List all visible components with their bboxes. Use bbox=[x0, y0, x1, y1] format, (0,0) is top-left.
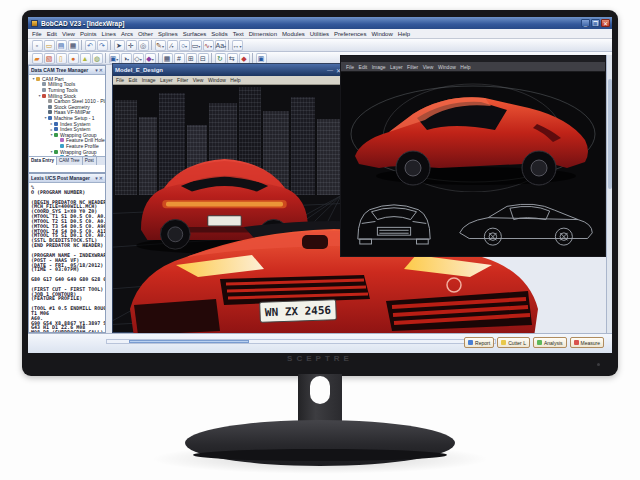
print-icon[interactable]: ▦ bbox=[68, 40, 79, 51]
redo-icon[interactable]: ↷ bbox=[97, 40, 108, 51]
design-menu-layer[interactable]: Layer bbox=[390, 64, 403, 70]
group-icon[interactable]: ⊞ bbox=[186, 53, 197, 64]
window-controls: _ ❐ ✕ bbox=[581, 19, 612, 27]
cutter-l-button[interactable]: Cutter L bbox=[497, 337, 530, 348]
menu-arcs[interactable]: Arcs bbox=[121, 31, 133, 37]
rotate-icon[interactable]: ↻ bbox=[215, 53, 226, 64]
cylinder-icon[interactable]: ▯ bbox=[56, 53, 67, 64]
model-menu-view[interactable]: View bbox=[193, 77, 204, 83]
grid-icon[interactable]: ▦ bbox=[162, 53, 173, 64]
model-menu-file[interactable]: File bbox=[116, 77, 124, 83]
app-menubar: FileEditViewPointsLinesArcsOtherSplinesS… bbox=[28, 29, 612, 39]
solid-box-icon[interactable]: ▧ bbox=[44, 53, 55, 64]
menu-other[interactable]: Other bbox=[138, 31, 153, 37]
menu-edit[interactable]: Edit bbox=[47, 31, 57, 37]
ungroup-icon[interactable]: ⊟ bbox=[198, 53, 209, 64]
menu-splines[interactable]: Splines bbox=[158, 31, 178, 37]
vertical-scrollbar[interactable] bbox=[606, 55, 612, 333]
panel-pin-icon[interactable]: ▾ bbox=[95, 175, 98, 181]
select-icon[interactable]: ➤ bbox=[114, 40, 125, 51]
panel-close-icon[interactable]: ✕ bbox=[99, 175, 103, 181]
design-menu-help[interactable]: Help bbox=[460, 64, 470, 70]
nc-code-line: (END PREDATOR NC HEADER) bbox=[31, 243, 104, 248]
mirror-icon[interactable]: ⇆ bbox=[227, 53, 238, 64]
menu-utilities[interactable]: Utilities bbox=[310, 31, 329, 37]
cam-tree-panel-header[interactable]: Data CAM Tree Manager ▾ ✕ bbox=[29, 66, 105, 75]
status-button-label: Report bbox=[475, 340, 490, 346]
nc-code-editor[interactable]: %O (PROGRAM NUMBER) (BEGIN PREDATOR NC H… bbox=[29, 183, 105, 332]
design-menu-view[interactable]: View bbox=[423, 64, 434, 70]
panel-pin-icon[interactable]: ▾ bbox=[95, 67, 98, 73]
tab-data-entry[interactable]: Data Entry bbox=[29, 157, 57, 165]
menu-text[interactable]: Text bbox=[233, 31, 244, 37]
menu-solids[interactable]: Solids bbox=[211, 31, 227, 37]
menu-lines[interactable]: Lines bbox=[102, 31, 116, 37]
menu-surfaces[interactable]: Surfaces bbox=[183, 31, 207, 37]
pan-icon[interactable]: ✛ bbox=[126, 40, 137, 51]
menu-modules[interactable]: Modules bbox=[282, 31, 305, 37]
design-menu-edit[interactable]: Edit bbox=[359, 64, 368, 70]
design-menu-filter[interactable]: Filter bbox=[407, 64, 418, 70]
viewport-icon[interactable]: ▣ bbox=[256, 53, 267, 64]
line-icon[interactable]: ∕▾ bbox=[167, 40, 178, 51]
horizontal-scrollbar[interactable] bbox=[106, 339, 496, 344]
menu-preferences[interactable]: Preferences bbox=[334, 31, 366, 37]
model-menu-layer[interactable]: Layer bbox=[160, 77, 173, 83]
model-window-title: Model_E_Design bbox=[115, 67, 324, 73]
design-menu-image[interactable]: Image bbox=[372, 64, 386, 70]
model-window-titlebar[interactable]: Model_E_Design — ✕ bbox=[113, 64, 343, 76]
rectangle-icon[interactable]: ▭▾ bbox=[191, 40, 202, 51]
tab-post[interactable]: Post bbox=[83, 157, 97, 165]
tab-cam-tree[interactable]: CAM Tree bbox=[57, 157, 83, 165]
measure-button[interactable]: Measure bbox=[570, 337, 604, 348]
model-menu-window[interactable]: Window bbox=[208, 77, 226, 83]
pen-icon[interactable]: ✎▾ bbox=[155, 40, 166, 51]
nc-code-line: G80 G17 G40 G49 G80 G28 G91 bbox=[31, 277, 104, 282]
post-panel-header[interactable]: Lexis UCS Post Manager ▾ ✕ bbox=[29, 174, 105, 183]
text-icon[interactable]: Aa▾ bbox=[215, 40, 226, 51]
design-menu-file[interactable]: File bbox=[346, 64, 354, 70]
menu-points[interactable]: Points bbox=[80, 31, 97, 37]
layers-icon[interactable]: ▣▾ bbox=[109, 53, 120, 64]
close-button[interactable]: ✕ bbox=[601, 19, 610, 27]
cone-icon[interactable]: ▲ bbox=[80, 53, 91, 64]
design-viewport-canvas[interactable] bbox=[341, 72, 605, 256]
menu-window[interactable]: Window bbox=[371, 31, 392, 37]
dimension-icon[interactable]: ↔▾ bbox=[232, 40, 243, 51]
model-menu-edit[interactable]: Edit bbox=[129, 77, 138, 83]
undo-icon[interactable]: ↶ bbox=[85, 40, 96, 51]
minimize-button[interactable]: _ bbox=[581, 19, 590, 27]
post-panel-title: Lexis UCS Post Manager bbox=[31, 175, 94, 181]
menu-help[interactable]: Help bbox=[398, 31, 410, 37]
panel-close-icon[interactable]: ✕ bbox=[99, 67, 103, 73]
analysis-button[interactable]: Analysis bbox=[533, 337, 567, 348]
design-menu-window[interactable]: Window bbox=[438, 64, 456, 70]
shade-icon[interactable]: ◑▾ bbox=[121, 53, 132, 64]
tree-item-icon bbox=[48, 105, 52, 109]
extrude-icon[interactable]: ▰ bbox=[32, 53, 43, 64]
menu-view[interactable]: View bbox=[62, 31, 75, 37]
menu-dimension[interactable]: Dimension bbox=[249, 31, 277, 37]
menu-file[interactable]: File bbox=[32, 31, 42, 37]
zoom-icon[interactable]: ◎ bbox=[138, 40, 149, 51]
new-file-icon[interactable]: ▫ bbox=[32, 40, 43, 51]
model-menu-filter[interactable]: Filter bbox=[177, 77, 188, 83]
report-button[interactable]: Report bbox=[464, 337, 494, 348]
material-icon[interactable]: ◆ bbox=[239, 53, 250, 64]
torus-icon[interactable]: ◍ bbox=[92, 53, 103, 64]
sphere-icon[interactable]: ● bbox=[68, 53, 79, 64]
vertical-scrollbar-thumb[interactable] bbox=[608, 79, 612, 189]
save-icon[interactable]: ▤ bbox=[56, 40, 67, 51]
spline-icon[interactable]: ∿▾ bbox=[203, 40, 214, 51]
wireframe-icon[interactable]: ◇▾ bbox=[133, 53, 144, 64]
model-menu-help[interactable]: Help bbox=[230, 77, 240, 83]
horizontal-scrollbar-thumb[interactable] bbox=[129, 340, 249, 343]
app-titlebar[interactable]: BobCAD V23 - [IndexWrap] _ ❐ ✕ bbox=[28, 17, 612, 29]
model-menu-image[interactable]: Image bbox=[142, 77, 156, 83]
render-icon[interactable]: ◆▾ bbox=[145, 53, 156, 64]
open-icon[interactable]: ▭ bbox=[44, 40, 55, 51]
circle-icon[interactable]: ○▾ bbox=[179, 40, 190, 51]
model-minimize-button[interactable]: — bbox=[327, 67, 333, 73]
maximize-button[interactable]: ❐ bbox=[591, 19, 600, 27]
snap-icon[interactable]: # bbox=[174, 53, 185, 64]
